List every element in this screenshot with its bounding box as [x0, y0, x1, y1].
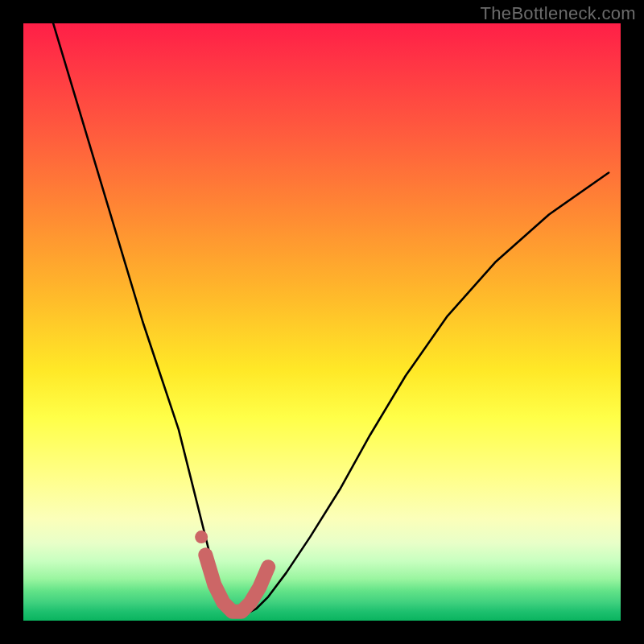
chart-frame: TheBottleneck.com — [0, 0, 644, 644]
plot-area — [23, 23, 621, 621]
bottleneck-curve — [53, 23, 609, 615]
watermark-text: TheBottleneck.com — [481, 3, 636, 24]
chart-svg — [23, 23, 621, 621]
svg-point-0 — [195, 530, 208, 543]
